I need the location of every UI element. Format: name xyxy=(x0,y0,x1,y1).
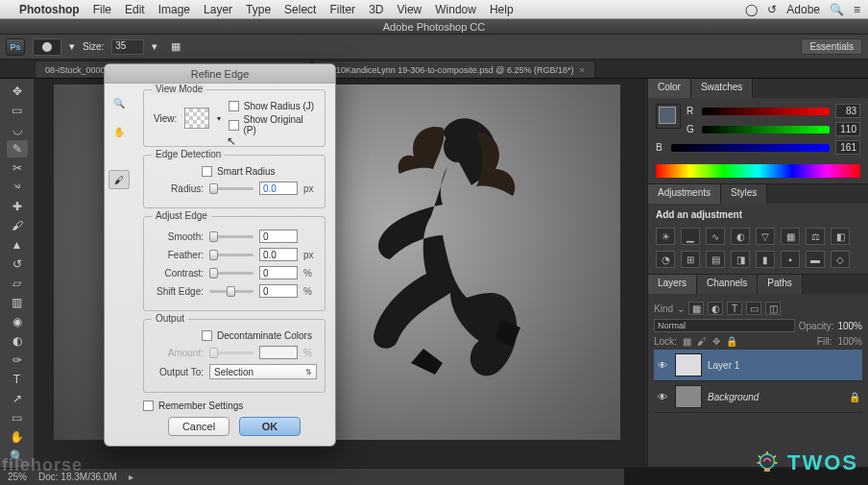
eraser-tool-icon[interactable]: ▱ xyxy=(7,275,28,292)
tab-swatches[interactable]: Swatches xyxy=(691,79,753,98)
sync-icon[interactable]: ↺ xyxy=(767,3,777,16)
tab-styles[interactable]: Styles xyxy=(721,184,767,204)
vibrance-icon[interactable]: ▽ xyxy=(756,228,775,245)
workspace-button[interactable]: Essentials xyxy=(801,38,862,55)
dodge-tool-icon[interactable]: ◐ xyxy=(7,332,28,350)
ok-button[interactable]: OK xyxy=(239,417,301,436)
b-value[interactable]: 161 xyxy=(835,140,860,155)
show-original-checkbox[interactable] xyxy=(229,120,239,131)
zoom-tool-icon[interactable]: 🔍 xyxy=(108,93,130,112)
remember-settings-checkbox[interactable] xyxy=(143,400,154,411)
visibility-icon[interactable]: 👁 xyxy=(656,392,669,402)
document-tab[interactable]: 09-10KandiceLynn 19-306-to-composite.psd… xyxy=(313,61,595,78)
exposure-icon[interactable]: ◐ xyxy=(731,228,750,245)
menu-filter[interactable]: Filter xyxy=(329,3,355,16)
chevron-down-icon[interactable]: ▾ xyxy=(217,114,221,123)
menu-adobe-right[interactable]: Adobe xyxy=(786,3,820,16)
lock-all-icon[interactable]: 🔒 xyxy=(726,336,737,347)
bw-icon[interactable]: ◧ xyxy=(831,228,850,245)
menu-view[interactable]: View xyxy=(397,3,422,16)
cc-icon[interactable]: ◯ xyxy=(745,3,758,16)
radius-slider[interactable] xyxy=(209,187,253,190)
hue-icon[interactable]: ▦ xyxy=(781,228,800,245)
chevron-right-icon[interactable]: ▸ xyxy=(129,472,133,482)
lasso-tool-icon[interactable]: ◡ xyxy=(7,121,28,138)
shape-tool-icon[interactable]: ▭ xyxy=(7,409,28,426)
levels-icon[interactable]: ▁ xyxy=(681,228,700,245)
chevron-down-icon[interactable]: ▾ xyxy=(69,40,75,53)
output-to-select[interactable]: Selection⇅ xyxy=(209,364,317,379)
history-brush-icon[interactable]: ↺ xyxy=(7,255,28,273)
blend-mode-select[interactable]: Normal xyxy=(654,319,795,332)
filter-type-icon[interactable]: T xyxy=(727,302,742,315)
tab-paths[interactable]: Paths xyxy=(758,275,803,294)
gradient-map-icon[interactable]: ▬ xyxy=(806,251,825,268)
color-spectrum[interactable] xyxy=(656,164,860,178)
menu-app-name[interactable]: Photoshop xyxy=(19,3,80,16)
crop-tool-icon[interactable]: ✂ xyxy=(7,159,28,177)
layer-row[interactable]: 👁 Background 🔒 xyxy=(654,381,862,413)
refine-brush-icon[interactable]: 🖌 xyxy=(108,170,130,189)
invert-icon[interactable]: ◨ xyxy=(731,251,750,268)
color-balance-icon[interactable]: ⚖ xyxy=(806,228,825,245)
menu-file[interactable]: File xyxy=(93,3,111,16)
visibility-icon[interactable]: 👁 xyxy=(656,360,669,371)
filter-pixel-icon[interactable]: ▦ xyxy=(688,302,704,315)
layer-name[interactable]: Background xyxy=(708,392,843,402)
blur-tool-icon[interactable]: ◉ xyxy=(7,313,28,330)
smart-radius-checkbox[interactable] xyxy=(202,166,212,177)
r-value[interactable]: 83 xyxy=(835,104,860,118)
eyedropper-tool-icon[interactable]: ༄ xyxy=(7,179,28,196)
feather-input[interactable]: 0.0 xyxy=(259,248,298,261)
cancel-button[interactable]: Cancel xyxy=(168,417,229,436)
tab-channels[interactable]: Channels xyxy=(697,275,758,294)
r-slider[interactable] xyxy=(702,108,830,115)
foreground-color-swatch[interactable] xyxy=(656,104,681,129)
b-slider[interactable] xyxy=(671,144,830,152)
threshold-icon[interactable]: ▪ xyxy=(781,251,800,268)
shift-edge-input[interactable]: 0 xyxy=(259,284,298,298)
lock-position-icon[interactable]: ✥ xyxy=(712,336,720,347)
path-tool-icon[interactable]: ↗ xyxy=(7,390,28,407)
lock-transparency-icon[interactable]: ▦ xyxy=(683,336,691,347)
filter-smart-icon[interactable]: ◫ xyxy=(765,302,781,315)
brush-preview[interactable] xyxy=(33,38,61,56)
quick-select-tool-icon[interactable]: ✎ xyxy=(7,140,28,158)
menu-3d[interactable]: 3D xyxy=(369,3,383,16)
g-slider[interactable] xyxy=(702,126,830,133)
fill-value[interactable]: 100% xyxy=(837,336,862,347)
show-radius-checkbox[interactable] xyxy=(229,101,239,111)
tab-adjustments[interactable]: Adjustments xyxy=(648,184,721,204)
menu-image[interactable]: Image xyxy=(158,3,190,16)
smooth-input[interactable]: 0 xyxy=(259,230,298,243)
tab-color[interactable]: Color xyxy=(648,79,691,98)
hand-tool-icon[interactable]: ✋ xyxy=(108,122,130,141)
posterize-icon[interactable]: ▮ xyxy=(756,251,775,268)
brush-tool-icon[interactable]: 🖌 xyxy=(7,217,28,234)
channel-mixer-icon[interactable]: ⊞ xyxy=(681,251,700,268)
layer-thumbnail[interactable] xyxy=(675,353,702,376)
menu-edit[interactable]: Edit xyxy=(125,3,145,16)
menu-select[interactable]: Select xyxy=(284,3,316,16)
type-tool-icon[interactable]: T xyxy=(7,371,28,388)
contrast-input[interactable]: 0 xyxy=(259,266,298,279)
menu-type[interactable]: Type xyxy=(246,3,271,16)
view-mode-thumbnail[interactable] xyxy=(184,108,208,129)
shift-edge-slider[interactable] xyxy=(209,290,253,293)
layer-name[interactable]: Layer 1 xyxy=(708,360,860,371)
brush-size-input[interactable]: 35 xyxy=(111,39,144,55)
close-icon[interactable]: × xyxy=(580,65,585,75)
radius-input[interactable]: 0.0 xyxy=(259,182,298,195)
marquee-tool-icon[interactable]: ▭ xyxy=(7,102,28,119)
menu-help[interactable]: Help xyxy=(490,3,514,16)
g-value[interactable]: 110 xyxy=(835,122,860,136)
move-tool-icon[interactable]: ✥ xyxy=(7,83,28,100)
layer-thumbnail[interactable] xyxy=(675,385,702,408)
hand-tool-icon[interactable]: ✋ xyxy=(7,428,28,446)
selective-color-icon[interactable]: ◇ xyxy=(831,251,850,268)
spotlight-icon[interactable]: 🔍 xyxy=(830,3,844,16)
healing-tool-icon[interactable]: ✚ xyxy=(7,198,28,215)
stamp-tool-icon[interactable]: ▲ xyxy=(7,236,28,254)
gradient-tool-icon[interactable]: ▥ xyxy=(7,294,28,311)
ps-logo-icon[interactable]: Ps xyxy=(6,38,25,56)
